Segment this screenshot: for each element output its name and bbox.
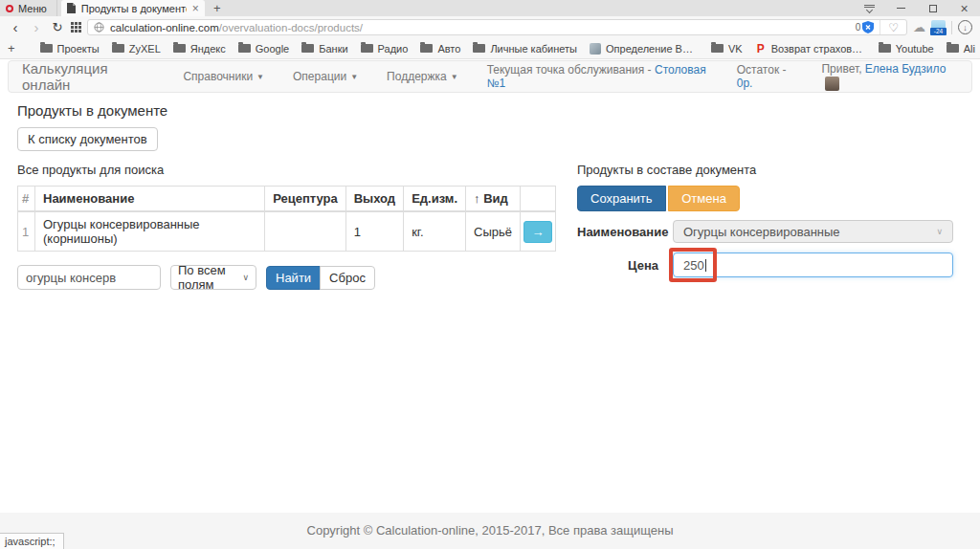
- th-num[interactable]: #: [18, 187, 35, 212]
- text-cursor: [705, 259, 706, 272]
- price-label: Цена: [577, 258, 658, 273]
- add-bookmark-button[interactable]: +: [8, 41, 15, 55]
- navbar-right: Текущая точка обслуживания - Столовая №1…: [487, 62, 958, 90]
- status-bar-tooltip: javascript:;: [0, 533, 64, 549]
- bookmark-opredelenie-verhov[interactable]: Определение Верхов: [590, 43, 699, 55]
- nav-spravochniki[interactable]: Справочники▼: [183, 70, 264, 83]
- page-icon: [67, 3, 76, 13]
- cancel-button[interactable]: Отмена: [668, 186, 740, 211]
- caret-down-icon: ▼: [256, 73, 264, 81]
- user-link[interactable]: Елена Будзило: [865, 62, 947, 76]
- adblock-shield-button[interactable]: 0: [856, 21, 875, 33]
- minimize-button[interactable]: [885, 0, 917, 16]
- page-title: Продукты в документе: [17, 102, 953, 119]
- page-footer: Copyright © Calculation-online, 2015-201…: [0, 513, 980, 549]
- browser-tab[interactable]: Продукты в документе ×: [61, 0, 205, 16]
- app-brand[interactable]: Калькуляция онлайн: [22, 60, 154, 93]
- th-recipe[interactable]: Рецептура: [265, 187, 346, 212]
- back-button[interactable]: ‹: [8, 20, 23, 34]
- bookmark-zyxel[interactable]: ZyXEL: [112, 43, 161, 55]
- folder-icon: [40, 44, 53, 53]
- address-bar: ‹ › ↻ calculation-online.com/overvaluati…: [0, 16, 980, 38]
- save-button[interactable]: Сохранить: [577, 186, 666, 211]
- search-field-select[interactable]: По всем полям ∨: [170, 265, 256, 290]
- product-name-select[interactable]: Огурцы консервированные ∨: [673, 220, 953, 243]
- cell-num: 1: [18, 211, 35, 252]
- sync-cloud-icon[interactable]: ☁: [913, 20, 925, 34]
- chevron-down-icon: ∨: [936, 227, 943, 236]
- search-products-panel: Все продукты для поиска # Наименование Р…: [17, 163, 556, 290]
- caret-down-icon: ▼: [350, 73, 358, 81]
- bookmark-vozvrat-strahovoy[interactable]: PВозврат страховой по: [755, 43, 866, 55]
- folder-icon: [238, 44, 251, 53]
- bookmark-avto[interactable]: Авто: [420, 43, 460, 55]
- close-tab-icon[interactable]: ×: [192, 3, 199, 14]
- bookmark-radio[interactable]: Радио: [361, 43, 409, 55]
- url-host: calculation-online.com: [110, 22, 219, 33]
- folder-icon: [420, 44, 433, 53]
- products-table: # Наименование Рецептура Выход Ед.изм. ↑…: [17, 186, 556, 252]
- bookmark-vk[interactable]: VK: [711, 43, 743, 55]
- bookmark-youtube[interactable]: Youtube: [879, 43, 934, 55]
- search-controls: По всем полям ∨ Найти Сброс: [17, 265, 556, 290]
- weather-extension-icon[interactable]: -24: [931, 20, 946, 34]
- window-controls: ×: [854, 0, 980, 16]
- opera-menu-label: Меню: [18, 3, 47, 14]
- copyright-text: Copyright © Calculation-online, 2015-201…: [307, 523, 674, 538]
- bookmark-lichnye-kabinety[interactable]: Личные кабинеты: [473, 43, 577, 55]
- price-input[interactable]: 250: [673, 253, 953, 277]
- bookmark-proekty[interactable]: Проекты: [40, 43, 100, 55]
- cell-actions: →: [521, 211, 556, 252]
- downloads-icon[interactable]: ↓: [958, 20, 972, 34]
- reload-button[interactable]: ↻: [50, 20, 65, 34]
- toolbar-separator: [951, 21, 952, 34]
- table-header-row: # Наименование Рецептура Выход Ед.изм. ↑…: [18, 187, 556, 212]
- new-tab-button[interactable]: +: [205, 0, 230, 16]
- nav-podderzhka[interactable]: Поддержка▼: [387, 70, 458, 83]
- bookmark-banki[interactable]: Банки: [301, 43, 347, 55]
- nav-operacii[interactable]: Операции▼: [293, 70, 358, 83]
- cell-unit: кг.: [404, 211, 466, 252]
- th-actions: [521, 187, 556, 212]
- th-unit[interactable]: Ед.изм.: [404, 187, 466, 212]
- folder-icon: [879, 44, 891, 53]
- app-navbar: Калькуляция онлайн Справочники▼ Операции…: [8, 60, 972, 93]
- bookmark-yandex[interactable]: Яндекс: [173, 43, 226, 55]
- balance-link[interactable]: 0р.: [737, 77, 753, 90]
- search-input[interactable]: [17, 265, 161, 290]
- bookmarks-bar: + Проекты ZyXEL Яндекс Google Банки Ради…: [0, 38, 980, 59]
- folder-icon: [473, 44, 485, 53]
- letter-p-favicon: P: [755, 43, 767, 55]
- opera-menu-button[interactable]: Меню: [0, 0, 57, 16]
- main-content: Продукты в документе К списку документов…: [0, 93, 980, 290]
- url-field[interactable]: calculation-online.com/overvaluation-doc…: [87, 19, 907, 35]
- th-name[interactable]: Наименование: [35, 187, 265, 212]
- forward-button[interactable]: ›: [29, 20, 44, 34]
- back-to-documents-button[interactable]: К списку документов: [17, 127, 158, 151]
- speed-dial-icon[interactable]: [71, 22, 81, 33]
- folder-icon: [361, 44, 373, 53]
- cell-name: Огурцы консервированные (корнишоны): [35, 211, 265, 252]
- find-button[interactable]: Найти: [266, 266, 321, 290]
- add-product-button[interactable]: →: [523, 221, 552, 243]
- image-favicon: [590, 43, 601, 55]
- avatar[interactable]: [825, 77, 839, 91]
- toolbar-overflow-icon[interactable]: [854, 0, 885, 16]
- heart-bookmark-icon[interactable]: ♡: [880, 20, 901, 34]
- extension-badge: -24: [930, 28, 947, 35]
- maximize-button[interactable]: [917, 0, 948, 16]
- bookmark-ali[interactable]: Ali: [947, 43, 975, 55]
- folder-icon: [112, 44, 124, 53]
- arrow-right-icon: →: [532, 225, 545, 239]
- th-output[interactable]: Выход: [345, 187, 403, 212]
- folder-icon: [711, 44, 724, 53]
- reset-button[interactable]: Сброс: [320, 266, 375, 290]
- th-kind[interactable]: ↑ Вид: [466, 187, 521, 212]
- url-text: calculation-online.com/overvaluation-doc…: [110, 22, 363, 33]
- chevron-down-icon: ∨: [242, 273, 249, 282]
- find-button-group: Найти Сброс: [266, 266, 375, 290]
- document-panel-heading: Продукты в составе документа: [577, 163, 953, 177]
- service-point: Текущая точка обслуживания - Столовая №1: [487, 63, 718, 90]
- bookmark-google[interactable]: Google: [238, 43, 289, 55]
- close-window-button[interactable]: ×: [948, 0, 980, 16]
